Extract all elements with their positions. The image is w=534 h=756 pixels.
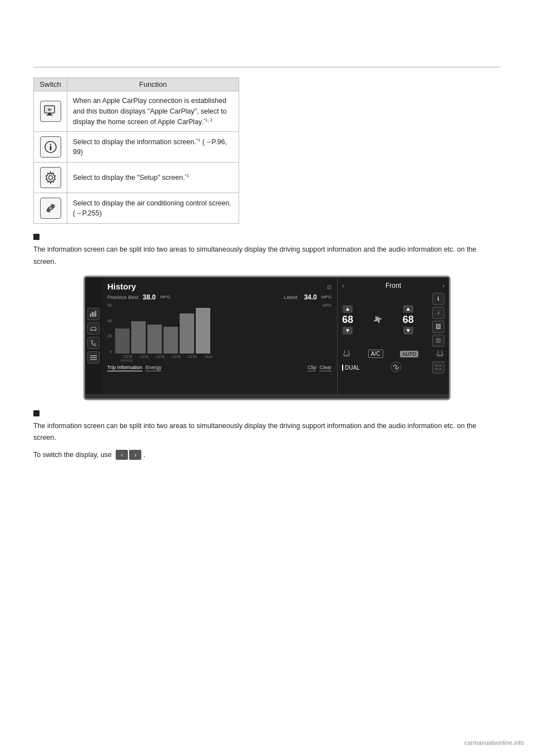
airflow-icon xyxy=(390,361,402,375)
svg-point-9 xyxy=(50,207,52,209)
function-text-carplay: When an Apple CarPlay connection is esta… xyxy=(73,97,226,126)
right-temp-value: 68 xyxy=(403,314,414,326)
car-icon xyxy=(87,322,100,335)
nav-prev-button[interactable]: ‹ xyxy=(116,450,128,460)
chart-area: 60 40 20 0 MPG xyxy=(107,303,332,354)
section-heading-1 xyxy=(33,234,501,240)
table-row: When an Apple CarPlay connection is esta… xyxy=(34,91,239,132)
chart-bar-6 xyxy=(196,308,210,354)
icon-cell-settings xyxy=(34,163,67,193)
tab-trip-info[interactable]: Trip Information xyxy=(107,365,142,371)
svg-rect-1 xyxy=(48,113,51,115)
icon-cell-carplay xyxy=(34,91,67,132)
svg-point-15 xyxy=(95,330,96,331)
top-divider xyxy=(33,67,501,67)
menu-icon xyxy=(87,351,100,364)
table-row: Select to display the information screen… xyxy=(34,132,239,163)
body-paragraph-1: The information screen can be split into… xyxy=(33,244,501,268)
climate-panel: ‹ Front › ▲ 68 ▼ xyxy=(338,277,449,394)
svg-rect-13 xyxy=(95,311,96,317)
display-inner: History ⊡ Previous Best 38.0 MPG Latest … xyxy=(85,277,449,394)
chart-bar-4 xyxy=(164,327,178,354)
svg-rect-10 xyxy=(90,313,91,317)
y-label-0: 0 xyxy=(110,350,112,354)
function-cell-settings: Select to display the "Setup" screen.*1 xyxy=(67,163,239,193)
chart-bar-5 xyxy=(180,313,194,354)
function-text-settings: Select to display the "Setup" screen.*1 xyxy=(73,174,189,181)
climate-prev-arrow[interactable]: ‹ xyxy=(342,282,344,289)
latest-unit: MPG xyxy=(322,294,332,300)
page-container: Switch Function xyxy=(0,0,534,756)
function-cell-aircon: Select to display the air conditioning c… xyxy=(67,193,239,224)
auto-button[interactable]: AUTO xyxy=(400,351,418,357)
y-label-60: 60 xyxy=(107,303,112,307)
x-label-3: 12/31 xyxy=(153,355,167,359)
history-icon: ⊡ xyxy=(327,284,332,290)
fullscreen-icon[interactable]: ⛶ xyxy=(432,361,444,374)
x-label-2: 12/31 xyxy=(137,355,151,359)
chart-bar-1 xyxy=(115,328,130,354)
svg-rect-2 xyxy=(46,115,53,116)
chart-bar-2 xyxy=(131,321,146,354)
table-row: Select to display the air conditioning c… xyxy=(34,193,239,224)
carplay-sup: *1, 2 xyxy=(204,117,212,122)
function-text-info: Select to display the information screen… xyxy=(73,138,227,156)
aircon-icon xyxy=(43,201,58,215)
prev-best-unit: MPG xyxy=(160,294,170,300)
chart-bar-3 xyxy=(147,325,162,354)
music-side-icon[interactable]: ♪ xyxy=(432,307,444,319)
icon-cell-aircon xyxy=(34,193,67,224)
right-temp-down[interactable]: ▼ xyxy=(403,327,413,335)
left-temp-up[interactable]: ▲ xyxy=(343,305,353,313)
y-label-40: 40 xyxy=(107,319,112,323)
svg-rect-16 xyxy=(90,355,97,356)
prev-best-value: 38.0 xyxy=(143,293,156,301)
left-temp-down[interactable]: ▼ xyxy=(343,327,353,335)
fan-icon xyxy=(372,313,384,326)
x-label-now: Now xyxy=(201,355,216,359)
seat-heat-right[interactable] xyxy=(436,349,444,359)
info-side-icon[interactable]: ℹ xyxy=(432,293,444,305)
table-row: Select to display the "Setup" screen.*1 xyxy=(34,163,239,193)
x-label-4: 12/31 xyxy=(169,355,184,359)
nav-next-button[interactable]: › xyxy=(129,450,141,460)
para3-continuation: . xyxy=(144,451,145,459)
y-unit-label: MPG xyxy=(323,303,332,307)
section-square-1 xyxy=(33,234,39,240)
x-label-1: 12/31 xyxy=(121,355,135,359)
switch-function-table: Switch Function xyxy=(33,77,239,224)
table-header-function: Function xyxy=(67,78,239,91)
ac-button[interactable]: A/C xyxy=(368,350,383,358)
body-paragraph-3: To switch the display, use ‹ › . xyxy=(33,449,501,461)
tab-clip[interactable]: Clip xyxy=(308,365,317,371)
function-text-aircon: Select to display the air conditioning c… xyxy=(73,199,231,218)
svg-point-6 xyxy=(50,144,51,146)
history-stats: Previous Best 38.0 MPG Latest 34.0 MPG xyxy=(107,293,332,301)
seat-heat-left[interactable] xyxy=(342,349,351,359)
split-side-icon[interactable]: ⊡ xyxy=(432,335,444,347)
x-unit: mm/dd xyxy=(121,359,332,362)
latest-value: 34.0 xyxy=(304,293,317,301)
tab-energy[interactable]: Energy xyxy=(146,365,162,371)
climate-next-arrow[interactable]: › xyxy=(442,282,444,289)
left-temp-value: 68 xyxy=(342,314,353,326)
image-side-icon[interactable]: 🖼 xyxy=(432,321,444,333)
dual-button[interactable]: DUAL xyxy=(342,365,360,371)
text-block-2: The information screen can be split into… xyxy=(33,410,501,462)
prev-best-label: Previous Best xyxy=(107,294,139,300)
right-temp-control: ▲ 68 ▼ xyxy=(403,305,414,335)
left-side-icons xyxy=(85,277,102,394)
tab-clear[interactable]: Clear xyxy=(319,365,332,371)
chart-x-labels: 12/31 12/31 12/31 12/31 12/31 Now xyxy=(121,355,332,359)
chart-icon xyxy=(87,308,100,320)
climate-zone: Front xyxy=(385,282,401,289)
right-temp-up[interactable]: ▲ xyxy=(403,305,413,313)
carplay-icon xyxy=(43,104,58,119)
settings-sup: *1 xyxy=(185,173,189,178)
phone-icon xyxy=(87,337,100,349)
settings-icon-box xyxy=(40,167,61,188)
watermark: carmanualsonline.info xyxy=(464,739,524,746)
svg-rect-17 xyxy=(90,357,97,358)
y-label-20: 20 xyxy=(107,334,112,338)
history-panel: History ⊡ Previous Best 38.0 MPG Latest … xyxy=(102,277,338,394)
